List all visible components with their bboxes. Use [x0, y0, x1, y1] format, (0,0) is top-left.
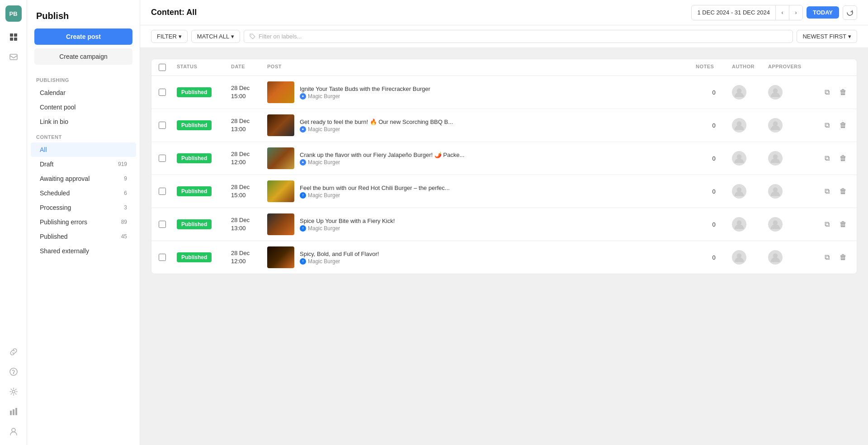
- delete-button[interactable]: 🗑: [837, 86, 849, 99]
- svg-rect-9: [15, 408, 17, 415]
- table-row: Published 28 Dec 13:00 Get ready to feel…: [151, 109, 857, 142]
- svg-point-10: [12, 428, 15, 432]
- post-cell[interactable]: Get ready to feel the burn! 🔥 Our new Sc…: [267, 114, 696, 136]
- copy-button[interactable]: ⧉: [821, 185, 833, 198]
- approvers-cell: [768, 250, 813, 265]
- notes-cell: 0: [696, 254, 732, 261]
- nav-settings-icon[interactable]: [5, 383, 22, 400]
- post-title: Spicy, Bold, and Full of Flavor!: [300, 251, 696, 257]
- sort-label: NEWEST FIRST: [802, 33, 846, 40]
- sidebar-item-awaiting-approval[interactable]: Awaiting approval 9: [31, 171, 136, 186]
- svg-point-11: [251, 34, 252, 35]
- post-title: Feel the burn with our Red Hot Chili Bur…: [300, 185, 696, 191]
- match-label: MATCH ALL: [197, 33, 229, 40]
- svg-rect-7: [10, 411, 12, 415]
- row-checkbox[interactable]: [159, 188, 166, 195]
- delete-button[interactable]: 🗑: [837, 119, 849, 132]
- refresh-button[interactable]: [843, 5, 857, 20]
- labels-filter-input[interactable]: Filter on labels...: [244, 30, 793, 43]
- brand-icon-fb: f: [300, 192, 306, 199]
- table-row: Published 28 Dec 15:00 Ignite Your Taste…: [151, 76, 857, 109]
- sidebar-item-scheduled[interactable]: Scheduled 6: [31, 186, 136, 200]
- sidebar-item-content-pool[interactable]: Content pool: [31, 100, 136, 114]
- post-brand: ● Magic Burger: [300, 159, 696, 166]
- sidebar: Publish Create post Create campaign PUBL…: [27, 0, 140, 445]
- filter-button[interactable]: FILTER ▾: [151, 30, 188, 43]
- content-area: STATUS DATE POST NOTES AUTHOR APPROVERS …: [140, 48, 868, 445]
- row-checkbox[interactable]: [159, 89, 166, 96]
- post-title: Crank up the flavor with our Fiery Jalap…: [300, 151, 696, 158]
- svg-rect-4: [10, 54, 17, 60]
- approvers-cell: [768, 217, 813, 232]
- row-checkbox[interactable]: [159, 221, 166, 228]
- post-cell[interactable]: Spicy, Bold, and Full of Flavor! f Magic…: [267, 246, 696, 268]
- copy-button[interactable]: ⧉: [821, 251, 833, 264]
- app-logo[interactable]: PB: [5, 5, 22, 22]
- svg-rect-8: [13, 409, 14, 415]
- copy-button[interactable]: ⧉: [821, 86, 833, 99]
- labels-placeholder: Filter on labels...: [259, 33, 302, 40]
- date-cell: 28 Dec 15:00: [231, 183, 267, 199]
- sidebar-item-shared-externally[interactable]: Shared externally: [31, 244, 136, 258]
- sidebar-item-publishing-errors[interactable]: Publishing errors 89: [31, 215, 136, 229]
- create-campaign-button[interactable]: Create campaign: [34, 48, 132, 65]
- nav-grid-icon[interactable]: [5, 29, 22, 45]
- brand-icon: ●: [300, 159, 306, 166]
- approvers-cell: [768, 85, 813, 99]
- notes-cell: 0: [696, 188, 732, 195]
- header-author: AUTHOR: [732, 64, 768, 71]
- post-info: Feel the burn with our Red Hot Chili Bur…: [300, 185, 696, 199]
- approver-avatar: [768, 250, 783, 265]
- create-post-button[interactable]: Create post: [34, 28, 132, 45]
- date-next-button[interactable]: ›: [789, 5, 802, 20]
- post-cell[interactable]: Ignite Your Taste Buds with the Firecrac…: [267, 81, 696, 103]
- copy-button[interactable]: ⧉: [821, 218, 833, 231]
- svg-point-5: [10, 368, 17, 375]
- sidebar-item-draft[interactable]: Draft 919: [31, 157, 136, 171]
- approver-avatar: [768, 184, 783, 199]
- delete-button[interactable]: 🗑: [837, 218, 849, 231]
- nav-help-icon[interactable]: [5, 364, 22, 380]
- post-brand: ● Magic Burger: [300, 126, 696, 133]
- actions-cell: ⧉ 🗑: [813, 251, 849, 264]
- avatar: [732, 250, 746, 265]
- status-badge: Published: [177, 219, 212, 229]
- table-row: Published 28 Dec 13:00 Spice Up Your Bit…: [151, 208, 857, 241]
- date-prev-button[interactable]: ‹: [775, 5, 789, 20]
- nav-inbox-icon[interactable]: [5, 49, 22, 65]
- today-button[interactable]: TODAY: [807, 6, 839, 19]
- sidebar-item-published[interactable]: Published 45: [31, 229, 136, 244]
- nav-profile-icon[interactable]: [5, 423, 22, 440]
- delete-button[interactable]: 🗑: [837, 152, 849, 165]
- brand-icon: ●: [300, 93, 306, 99]
- sort-button[interactable]: NEWEST FIRST ▾: [797, 30, 857, 43]
- select-all-checkbox[interactable]: [159, 64, 166, 71]
- header-post: POST: [267, 64, 696, 71]
- actions-cell: ⧉ 🗑: [813, 152, 849, 165]
- match-all-button[interactable]: MATCH ALL ▾: [191, 30, 240, 43]
- nav-analytics-icon[interactable]: [5, 403, 22, 420]
- copy-button[interactable]: ⧉: [821, 119, 833, 132]
- nav-link-icon[interactable]: [5, 344, 22, 360]
- approver-avatar: [768, 151, 783, 166]
- post-cell[interactable]: Feel the burn with our Red Hot Chili Bur…: [267, 180, 696, 202]
- sidebar-item-all[interactable]: All: [31, 142, 136, 157]
- page-header: Content: All 1 DEC 2024 - 31 DEC 2024 ‹ …: [140, 0, 868, 25]
- tag-icon: [250, 33, 256, 40]
- sidebar-item-calendar[interactable]: Calendar: [31, 85, 136, 100]
- author-cell: [732, 217, 768, 232]
- actions-cell: ⧉ 🗑: [813, 86, 849, 99]
- delete-button[interactable]: 🗑: [837, 185, 849, 198]
- post-cell[interactable]: Crank up the flavor with our Fiery Jalap…: [267, 147, 696, 169]
- row-checkbox[interactable]: [159, 254, 166, 261]
- sidebar-item-processing[interactable]: Processing 3: [31, 200, 136, 215]
- post-cell[interactable]: Spice Up Your Bite with a Fiery Kick! f …: [267, 213, 696, 235]
- table-header: STATUS DATE POST NOTES AUTHOR APPROVERS: [151, 59, 857, 76]
- row-checkbox[interactable]: [159, 155, 166, 162]
- row-checkbox[interactable]: [159, 122, 166, 129]
- date-cell: 28 Dec 12:00: [231, 150, 267, 166]
- avatar: [732, 118, 746, 133]
- sidebar-item-link-in-bio[interactable]: Link in bio: [31, 114, 136, 129]
- delete-button[interactable]: 🗑: [837, 251, 849, 264]
- copy-button[interactable]: ⧉: [821, 152, 833, 165]
